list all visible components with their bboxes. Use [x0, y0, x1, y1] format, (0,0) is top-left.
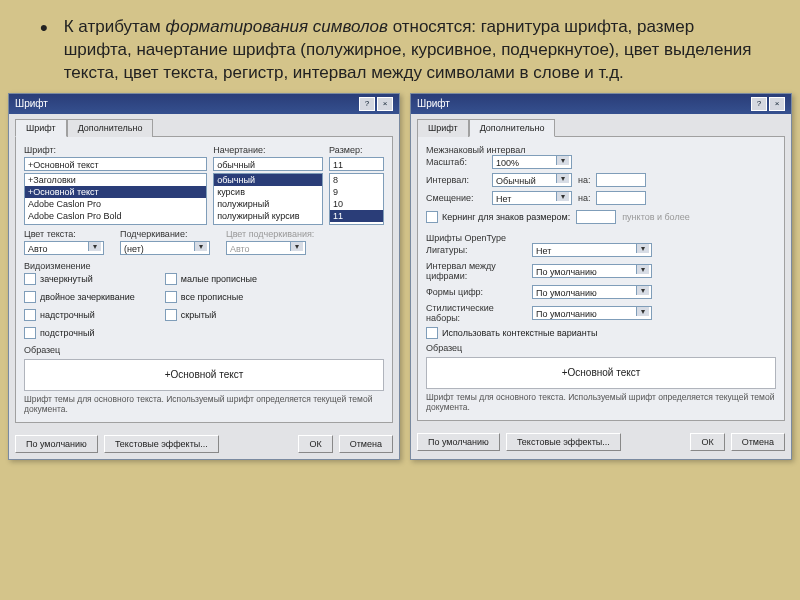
help-text: Шрифт темы для основного текста. Использ… [24, 394, 384, 414]
slide-paragraph: К атрибутам форматирования символов отно… [0, 0, 800, 93]
font-dialog-2: Шрифт ? × Шрифт Дополнительно Межзнаковы… [410, 93, 792, 460]
color-select[interactable]: Авто [24, 241, 104, 255]
list-item[interactable]: полужирный [214, 198, 322, 210]
ligatures-select[interactable]: Нет [532, 243, 652, 257]
style-listbox[interactable]: обычный курсив полужирный полужирный кур… [213, 173, 323, 225]
tab-advanced[interactable]: Дополнительно [469, 119, 556, 137]
label-spacing: Интервал: [426, 175, 486, 185]
ok-button[interactable]: ОК [690, 433, 724, 451]
help-icon: ? [757, 99, 761, 108]
text-effects-button[interactable]: Текстовые эффекты... [104, 435, 219, 453]
checkbox-icon [426, 327, 438, 339]
label-font: Шрифт: [24, 145, 207, 155]
label-sample: Образец [426, 343, 776, 353]
preview-box: +Основной текст [426, 357, 776, 389]
label-color: Цвет текста: [24, 229, 104, 239]
list-item[interactable]: обычный [214, 174, 322, 186]
ok-button[interactable]: ОК [298, 435, 332, 453]
size-input[interactable]: 11 [329, 157, 384, 171]
checkbox-icon [24, 291, 36, 303]
checkbox-icon [165, 273, 177, 285]
numforms-select[interactable]: По умолчанию [532, 285, 652, 299]
underline-select[interactable]: (нет) [120, 241, 210, 255]
checkbox-strike[interactable]: зачеркнутый [24, 273, 135, 285]
titlebar[interactable]: Шрифт ? × [9, 94, 399, 114]
checkbox-icon [165, 291, 177, 303]
spacing-select[interactable]: Обычный [492, 173, 572, 187]
list-item[interactable]: +Заголовки [25, 174, 206, 186]
size-listbox[interactable]: 8 9 10 11 12 [329, 173, 384, 225]
close-button[interactable]: × [377, 97, 393, 111]
dialog-title: Шрифт [417, 98, 450, 109]
list-item[interactable]: 11 [330, 210, 383, 222]
cancel-button[interactable]: Отмена [339, 435, 393, 453]
help-button[interactable]: ? [751, 97, 767, 111]
label-stylistic: Стилистические наборы: [426, 303, 526, 323]
checkbox-hidden[interactable]: скрытый [165, 309, 257, 321]
titlebar[interactable]: Шрифт ? × [411, 94, 791, 114]
close-icon: × [775, 99, 780, 108]
tab-advanced[interactable]: Дополнительно [67, 119, 154, 137]
label-ligatures: Лигатуры: [426, 245, 526, 255]
slide-text-em: форматирования символов [165, 17, 387, 36]
style-input[interactable]: обычный [213, 157, 323, 171]
list-item[interactable]: +Основной текст [25, 186, 206, 198]
default-button[interactable]: По умолчанию [15, 435, 98, 453]
tab-font[interactable]: Шрифт [15, 119, 67, 137]
scale-select[interactable]: 100% [492, 155, 572, 169]
slide-text-prefix: К атрибутам [64, 17, 166, 36]
help-button[interactable]: ? [359, 97, 375, 111]
label-scale: Масштаб: [426, 157, 486, 167]
underline-color-select: Авто [226, 241, 306, 255]
checkbox-allcaps[interactable]: все прописные [165, 291, 257, 303]
checkbox-icon [24, 309, 36, 321]
font-input[interactable]: +Основной текст [24, 157, 207, 171]
list-item[interactable]: курсив [214, 186, 322, 198]
font-dialog-1: Шрифт ? × Шрифт Дополнительно Шрифт: +Ос… [8, 93, 400, 460]
checkbox-icon [165, 309, 177, 321]
checkbox-superscript[interactable]: надстрочный [24, 309, 135, 321]
list-item[interactable]: 10 [330, 198, 383, 210]
preview-box: +Основной текст [24, 359, 384, 391]
checkbox-dblstrike[interactable]: двойное зачеркивание [24, 291, 135, 303]
help-text: Шрифт темы для основного текста. Использ… [426, 392, 776, 412]
font-listbox[interactable]: +Заголовки +Основной текст Adobe Caslon … [24, 173, 207, 225]
label-numforms: Формы цифр: [426, 287, 526, 297]
checkbox-icon [24, 327, 36, 339]
numspacing-select[interactable]: По умолчанию [532, 264, 652, 278]
label-on: на: [578, 193, 590, 203]
label-size: Размер: [329, 145, 384, 155]
kerning-size-input [576, 210, 616, 224]
close-button[interactable]: × [769, 97, 785, 111]
default-button[interactable]: По умолчанию [417, 433, 500, 451]
label-style: Начертание: [213, 145, 323, 155]
checkbox-smallcaps[interactable]: малые прописные [165, 273, 257, 285]
tab-font[interactable]: Шрифт [417, 119, 469, 137]
list-item[interactable]: Adobe Garamond Pro [25, 222, 206, 225]
cancel-button[interactable]: Отмена [731, 433, 785, 451]
text-effects-button[interactable]: Текстовые эффекты... [506, 433, 621, 451]
checkbox-icon [426, 211, 438, 223]
dialog-title: Шрифт [15, 98, 48, 109]
stylistic-select[interactable]: По умолчанию [532, 306, 652, 320]
section-opentype: Шрифты OpenType [426, 233, 776, 243]
checkbox-kerning[interactable]: Кернинг для знаков размером: [426, 211, 570, 223]
checkbox-subscript[interactable]: подстрочный [24, 327, 135, 339]
checkbox-icon [24, 273, 36, 285]
help-icon: ? [365, 99, 369, 108]
list-item[interactable]: 8 [330, 174, 383, 186]
close-icon: × [383, 99, 388, 108]
label-position: Смещение: [426, 193, 486, 203]
label-kerning-units: пунктов и более [622, 212, 689, 222]
spacing-value-input[interactable] [596, 173, 646, 187]
list-item[interactable]: Adobe Caslon Pro [25, 198, 206, 210]
list-item[interactable]: 12 [330, 222, 383, 225]
label-sample: Образец [24, 345, 384, 355]
label-effects: Видоизменение [24, 261, 384, 271]
position-select[interactable]: Нет [492, 191, 572, 205]
checkbox-contextual[interactable]: Использовать контекстные варианты [426, 327, 776, 339]
list-item[interactable]: Adobe Caslon Pro Bold [25, 210, 206, 222]
list-item[interactable]: полужирный курсив [214, 210, 322, 222]
list-item[interactable]: 9 [330, 186, 383, 198]
position-value-input[interactable] [596, 191, 646, 205]
